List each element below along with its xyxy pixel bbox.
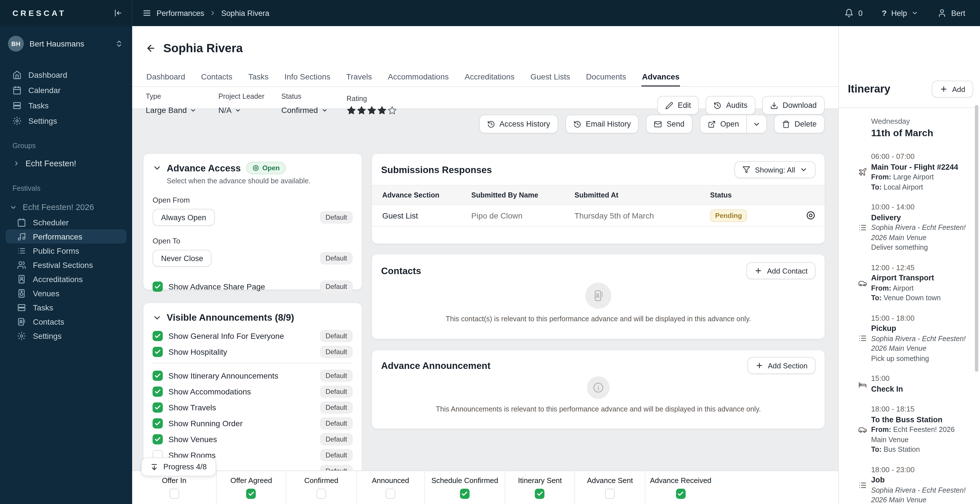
list-icon (858, 223, 867, 232)
contact-card-icon (585, 283, 611, 309)
access-history-button[interactable]: Access History (479, 115, 558, 133)
share-page-checkbox[interactable] (153, 282, 163, 292)
notifications-button[interactable]: 0 (845, 8, 862, 18)
gear-icon (13, 116, 22, 125)
itinerary-item-job[interactable]: 18:00 - 23:00 Job Sophia Rivera - Echt F… (858, 464, 966, 504)
sidebar-item-settings[interactable]: Settings (0, 113, 132, 128)
announcement-toggle-row: Show Accommodations Default (153, 386, 353, 397)
view-icon[interactable] (806, 211, 816, 220)
open-from-select[interactable]: Always Open (153, 209, 215, 226)
announcement-toggle-row: Show Running Order Default (153, 418, 353, 429)
delete-button[interactable]: Delete (774, 115, 825, 133)
tab-accommodations[interactable]: Accommodations (387, 68, 449, 86)
sidebar-item-festival-2026[interactable]: Echt Feesten! 2026 (0, 199, 132, 215)
advance-announcement-title: Advance Announcement (381, 360, 490, 371)
itinerary-item-bus-station[interactable]: 18:00 - 18:15 To the Buss Station From: … (858, 404, 966, 455)
checkbox-checked[interactable] (153, 331, 163, 341)
open-more-button[interactable] (747, 115, 767, 133)
sidebar-item-group-echt-feesten[interactable]: Echt Feesten! (0, 156, 132, 171)
itinerary-item-pickup[interactable]: 15:00 - 18:00 Pickup Sophia Rivera - Ech… (858, 313, 966, 364)
checkbox-checked[interactable] (460, 489, 469, 499)
checkbox-checked[interactable] (153, 347, 163, 357)
table-row[interactable]: Guest List Pipo de Clown Thursday 5th of… (372, 205, 825, 226)
tab-guest-lists[interactable]: Guest Lists (530, 68, 571, 86)
item-venue: Sophia Rivera - Echt Feesten! 2026 Main … (871, 223, 966, 243)
checkbox-unchecked[interactable] (605, 489, 615, 499)
toggle-label: Show Itinerary Announcements (169, 371, 278, 380)
itinerary-item-airport-transport[interactable]: 12:00 - 12:45 Airport Transport From: Ai… (858, 263, 966, 303)
checkbox-checked[interactable] (247, 489, 256, 499)
item-title: Main Tour - Flight #2244 (871, 162, 966, 172)
sidebar-item-accreditations[interactable]: Accreditations (6, 272, 126, 286)
chevron-down-icon[interactable] (153, 313, 162, 322)
plane-icon (858, 167, 867, 177)
open-button[interactable]: Open (700, 115, 747, 133)
open-split-button: Open (700, 115, 767, 133)
sidebar-item-festival-tasks[interactable]: Tasks (6, 300, 126, 314)
sidebar-item-dashboard[interactable]: Dashboard (0, 67, 132, 82)
checkbox-unchecked[interactable] (169, 489, 179, 499)
add-section-button[interactable]: Add Section (748, 357, 816, 374)
sidebar-item-performances[interactable]: Performances (6, 229, 126, 244)
sidebar-item-public-forms[interactable]: Public Forms (6, 244, 126, 258)
tab-documents[interactable]: Documents (585, 68, 627, 86)
send-button[interactable]: Send (646, 115, 692, 133)
itinerary-item-check-in[interactable]: 15:00 Check In (858, 373, 966, 394)
itinerary-item-delivery[interactable]: 10:00 - 14:00 Delivery Sophia Rivera - E… (858, 202, 966, 253)
itinerary-list[interactable]: Wednesday 11th of March 06:00 - 07:00 Ma… (839, 108, 980, 504)
checkbox-checked[interactable] (676, 489, 686, 499)
email-history-button[interactable]: Email History (565, 115, 639, 133)
checkbox-checked[interactable] (153, 418, 163, 429)
checkbox-unchecked[interactable] (386, 489, 395, 499)
back-button[interactable] (146, 43, 156, 53)
cell-submitted-by: Pipo de Clown (471, 211, 574, 220)
checkbox-checked[interactable] (153, 434, 163, 444)
open-to-select[interactable]: Never Close (153, 250, 212, 267)
default-chip: Default (320, 281, 353, 293)
breadcrumb: Performances Sophia Rivera (132, 8, 269, 18)
scrollbar-thumb[interactable] (975, 105, 978, 372)
announcement-toggle-row: Show Travels Default (153, 402, 353, 413)
add-contact-button[interactable]: Add Contact (747, 262, 816, 279)
sidebar-item-festival-sections[interactable]: Festival Sections (6, 258, 126, 272)
check-icon (154, 333, 161, 340)
tab-tasks[interactable]: Tasks (248, 68, 269, 86)
itinerary-add-button[interactable]: Add (932, 81, 973, 97)
tab-travels[interactable]: Travels (346, 68, 372, 86)
checkbox-checked[interactable] (153, 371, 163, 381)
workspace-switcher[interactable]: BH Bert Hausmans (0, 26, 132, 52)
item-venue: Sophia Rivera - Echt Feesten! 2026 Main … (871, 334, 966, 354)
itinerary-item-flight[interactable]: 06:00 - 07:00 Main Tour - Flight #2244 F… (858, 152, 966, 192)
item-note: Deliver something (871, 243, 966, 253)
tab-advances[interactable]: Advances (641, 68, 680, 87)
user-menu[interactable]: Bert (937, 8, 965, 18)
chevron-down-icon[interactable] (153, 163, 162, 172)
menu-icon[interactable] (142, 8, 151, 18)
sidebar-item-venues[interactable]: Venues (6, 286, 126, 300)
showing-filter-button[interactable]: Showing: All (735, 161, 816, 178)
sidebar-item-label: Calendar (29, 85, 61, 94)
tab-contacts[interactable]: Contacts (200, 68, 233, 86)
sidebar-item-scheduler[interactable]: Scheduler (6, 215, 126, 229)
calendar-icon (17, 218, 26, 227)
car-icon (858, 425, 867, 434)
tab-accreditations[interactable]: Accreditations (464, 68, 515, 86)
sidebar-item-calendar[interactable]: Calendar (0, 82, 132, 97)
sidebar-collapse-icon[interactable] (113, 8, 123, 18)
question-icon: ? (882, 8, 887, 18)
sidebar-item-tasks[interactable]: Tasks (0, 97, 132, 113)
tab-info-sections[interactable]: Info Sections (284, 68, 331, 86)
checkbox-checked[interactable] (153, 386, 163, 397)
toggle-label: Show Venues (169, 435, 217, 444)
trash-icon (782, 120, 790, 128)
checkbox-unchecked[interactable] (317, 489, 326, 499)
advance-toolbar: Access History Email History Send Open (479, 115, 825, 133)
breadcrumb-section[interactable]: Performances (156, 9, 204, 17)
help-menu[interactable]: ? Help (882, 8, 918, 18)
tab-dashboard[interactable]: Dashboard (146, 68, 186, 86)
checkbox-checked[interactable] (535, 489, 545, 499)
checkbox-checked[interactable] (153, 402, 163, 413)
sidebar-item-festival-settings[interactable]: Settings (6, 329, 126, 343)
sidebar-item-contacts[interactable]: Contacts (6, 314, 126, 329)
progress-button[interactable]: Progress 4/8 (141, 458, 216, 476)
